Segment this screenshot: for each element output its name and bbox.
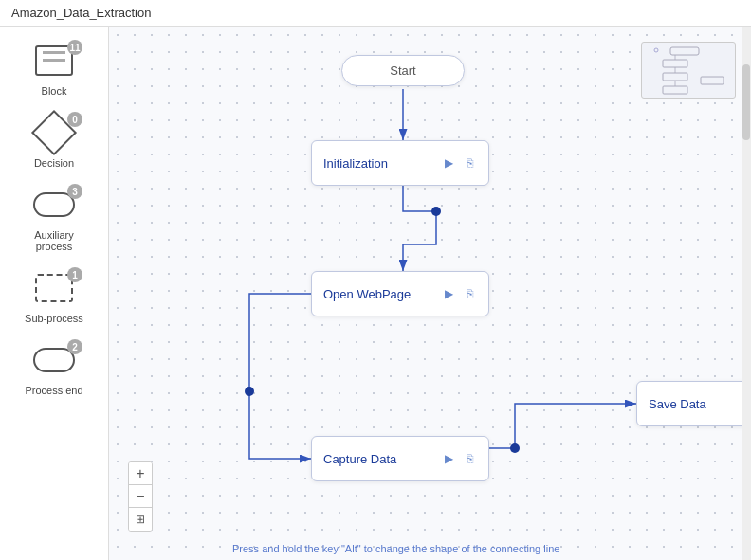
init-label: Initialization [323, 156, 433, 171]
status-text: Press and hold the key "Alt" to change t… [232, 543, 559, 554]
svg-rect-6 [701, 77, 724, 84]
node-save-data[interactable]: Save Data ▶ ⎘ [636, 381, 751, 426]
node-capture-data[interactable]: Capture Data ▶ ⎘ [311, 436, 489, 481]
palette-item-decision[interactable]: 0 Decision [11, 108, 97, 172]
end-label: Process end [25, 385, 82, 396]
minimap [641, 42, 736, 99]
block-badge: 11 [67, 40, 82, 55]
end-icon-wrapper: 2 [26, 339, 82, 381]
page-title: Amazon_Data_Extraction [11, 6, 151, 20]
aux-icon-wrapper: 3 [26, 184, 82, 226]
decision-icon-wrapper: 0 [26, 112, 82, 154]
open-webpage-actions: ▶ ⎘ [441, 286, 477, 301]
init-run-btn[interactable]: ▶ [441, 155, 456, 171]
zoom-fit-button[interactable]: ⊞ [129, 508, 152, 531]
shape-palette: 11 Block 0 Decision 3 Auxiliary process [0, 27, 109, 560]
decision-badge: 0 [67, 112, 82, 127]
open-webpage-edit-btn[interactable]: ⎘ [462, 286, 477, 301]
zoom-controls: + − ⊞ [128, 461, 153, 532]
zoom-out-button[interactable]: − [129, 485, 152, 508]
aux-badge: 3 [67, 184, 82, 199]
block-icon-wrapper: 11 [26, 40, 82, 81]
end-badge: 2 [67, 339, 82, 354]
capture-data-edit-btn[interactable]: ⎘ [462, 451, 477, 466]
capture-data-actions: ▶ ⎘ [441, 451, 477, 466]
init-actions: ▶ ⎘ [441, 155, 477, 171]
conn-dot-2 [245, 387, 254, 396]
conn-dot-3 [510, 443, 520, 453]
save-data-label: Save Data [649, 397, 751, 411]
zoom-in-button[interactable]: + [129, 462, 152, 485]
sub-label: Sub-process [25, 313, 83, 324]
minimap-svg [642, 43, 735, 98]
capture-data-label: Capture Data [323, 452, 433, 466]
open-webpage-run-btn[interactable]: ▶ [441, 286, 456, 301]
palette-item-block[interactable]: 11 Block [11, 36, 97, 100]
node-start-label: Start [390, 63, 415, 78]
svg-rect-4 [663, 73, 687, 81]
svg-rect-2 [670, 47, 699, 55]
svg-rect-3 [663, 60, 687, 67]
svg-point-10 [654, 48, 658, 52]
node-start[interactable]: Start [341, 55, 465, 86]
open-webpage-label: Open WebPage [323, 287, 433, 301]
flow-canvas[interactable]: Start Initialization ▶ ⎘ Open WebPage ▶ … [109, 27, 751, 560]
scrollbar-right[interactable] [742, 27, 751, 560]
conn-dot-1 [431, 207, 441, 216]
scrollbar-thumb[interactable] [742, 64, 750, 140]
palette-item-end[interactable]: 2 Process end [11, 335, 97, 400]
node-open-webpage[interactable]: Open WebPage ▶ ⎘ [311, 271, 489, 316]
palette-item-sub[interactable]: 1 Sub-process [11, 263, 97, 328]
block-label: Block [42, 85, 67, 97]
aux-label: Auxiliary process [15, 229, 93, 252]
sub-icon-wrapper: 1 [26, 267, 82, 309]
init-edit-btn[interactable]: ⎘ [462, 155, 477, 171]
node-initialization[interactable]: Initialization ▶ ⎘ [311, 140, 489, 186]
status-bar: Press and hold the key "Alt" to change t… [232, 543, 751, 554]
decision-label: Decision [34, 157, 74, 169]
capture-data-run-btn[interactable]: ▶ [441, 451, 456, 466]
palette-item-aux[interactable]: 3 Auxiliary process [11, 180, 97, 256]
svg-rect-5 [663, 86, 687, 94]
title-bar: Amazon_Data_Extraction [0, 0, 751, 27]
sub-badge: 1 [67, 267, 82, 282]
